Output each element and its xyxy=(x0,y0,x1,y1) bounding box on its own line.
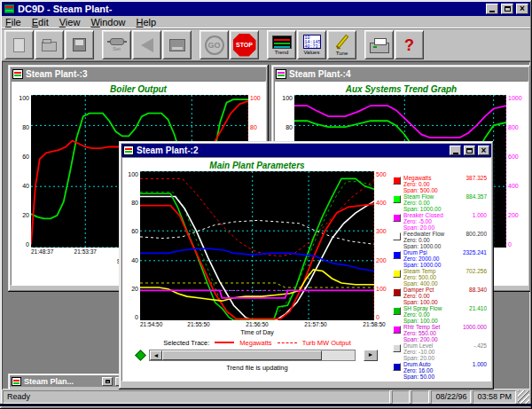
chart-title-boiler-output: Boiler Output xyxy=(13,83,263,95)
legend-color-swatch xyxy=(393,214,401,222)
status-cell-1 xyxy=(392,390,410,404)
legend-item-damper-pct[interactable]: Damper PctZero: 0.00Span: 100.0088.340 xyxy=(393,287,487,305)
screen-edge xyxy=(0,404,532,406)
scroll-right-button[interactable]: ► xyxy=(364,350,378,361)
window-title: Steam Plant-:2 xyxy=(137,146,447,155)
axis-tick-label: 40 xyxy=(13,183,31,189)
window-steam-plant-2[interactable]: Steam Plant-:2 × Main Plant Parameters 1… xyxy=(119,141,494,389)
legend-current-value: 800.200 xyxy=(466,232,488,249)
legend-current-value: 702.256 xyxy=(466,269,488,287)
legend-text-line: Span: 20.00 xyxy=(403,225,470,231)
values-button[interactable]: 10 14:145 40:73:0 40:4:5PValues xyxy=(297,30,326,59)
legend-item-drum-level[interactable]: Drum LevelZero: -10.00Span: 20.00-.425 xyxy=(393,343,487,361)
set-button[interactable]: Set xyxy=(102,30,131,59)
toolbar: Set GO STOP Trend 10 14:145 40:73:0 40:4… xyxy=(2,28,530,61)
save-icon xyxy=(73,38,86,51)
trend-button[interactable]: Trend xyxy=(267,30,296,59)
child-maximize-button[interactable] xyxy=(464,146,475,155)
legend-text-line: Span: 100.00 xyxy=(403,300,466,305)
save-button[interactable] xyxy=(65,30,94,59)
resize-grip[interactable] xyxy=(518,390,529,404)
window-title: Steam Plan... xyxy=(24,377,99,386)
plug-set-icon xyxy=(110,38,124,45)
legend-item-ipc3100a[interactable]: IPC3100AZero: -8.00Span: 50.001 xyxy=(393,381,487,381)
series-megawatts xyxy=(140,204,374,319)
legend-item-rhtr-temp-set[interactable]: Rhtr Temp SetZero: 550.00Span: 200.00100… xyxy=(393,325,487,342)
axis-tick-label: 200 xyxy=(374,257,390,263)
axis-tick-label: 80 xyxy=(13,124,31,130)
chart-title-aux-systems: Aux Systems Trend Graph xyxy=(277,83,526,95)
menu-window[interactable]: Window xyxy=(90,17,125,28)
trace-line-sample xyxy=(215,342,234,343)
series-feedwater-flow xyxy=(140,197,374,320)
status-time: 03:58 PM xyxy=(473,390,516,404)
legend-text-line: Span: 400.00 xyxy=(403,281,464,287)
y-axis-left: 100806040200 xyxy=(124,171,140,320)
trend-doc-icon xyxy=(12,377,21,386)
menu-edit[interactable]: Edit xyxy=(32,17,49,28)
scroll-left-button[interactable]: ◄ xyxy=(150,350,162,360)
panel-icon xyxy=(169,39,185,51)
legend-item-feedwater-flow[interactable]: Feedwater FlowZero: 0.00Span: 1000.00800… xyxy=(393,232,487,249)
x-tick-label: 21:58:50 xyxy=(363,321,385,327)
series-steam-temp xyxy=(140,220,374,244)
legend-current-value: 884.357 xyxy=(466,194,488,212)
child-minimize-button[interactable] xyxy=(450,146,461,155)
steam-plant-2-titlebar[interactable]: Steam Plant-:2 × xyxy=(121,144,491,157)
window-title: Steam Plant-:4 xyxy=(289,69,527,79)
menu-file[interactable]: File xyxy=(5,17,21,28)
axis-tick-label: 0 xyxy=(374,314,390,320)
new-file-icon xyxy=(13,38,25,52)
panel-button[interactable] xyxy=(162,30,192,59)
legend-item-breaker-closed[interactable]: Breaker ClosedZero: -5.00Span: 20.001.00… xyxy=(393,213,487,231)
legend-current-value: 2325.241 xyxy=(463,250,487,268)
steam-plant-3-titlebar[interactable]: Steam Plant-:3 xyxy=(11,67,266,81)
x-tick-label: 21:57:50 xyxy=(304,321,326,327)
axis-tick-label: 1000 xyxy=(506,95,526,101)
legend-current-value: 1.000 xyxy=(473,362,487,380)
trend-chart-icon xyxy=(272,35,292,49)
restore-button[interactable] xyxy=(102,377,113,386)
status-date: 08/22/96 xyxy=(431,390,471,404)
legend-color-swatch xyxy=(393,270,401,278)
steam-plant-4-titlebar[interactable]: Steam Plant-:4 xyxy=(274,67,528,81)
menu-view[interactable]: View xyxy=(59,17,81,28)
legend-color-swatch xyxy=(393,288,401,296)
open-button[interactable] xyxy=(35,30,64,59)
legend-item-sh-spray-flow[interactable]: SH Spray FlowZero: 0.00Span: 100.0021.41… xyxy=(393,306,487,324)
x-axis: 21:54:5021:55:5021:56:5021:57:5021:58:50 xyxy=(140,320,374,328)
time-scroll-row: ◄ ► xyxy=(124,348,390,362)
legend-item-drum-auto[interactable]: Drum AutoZero: 16.00Span: 50.001.000 xyxy=(393,362,487,380)
help-button[interactable]: ? xyxy=(395,30,424,59)
minimize-button[interactable] xyxy=(486,4,498,14)
maximize-button[interactable] xyxy=(501,4,513,14)
legend-item-drum-psi[interactable]: Drum PsiZero: 2000.00Span: 1000.002325.2… xyxy=(393,250,487,268)
stop-button[interactable]: STOP xyxy=(230,30,259,59)
trend-legend: MegawattsZero: 0.00Span: 500.00387.325St… xyxy=(393,176,487,381)
broadcast-button[interactable] xyxy=(132,30,161,59)
child-close-button[interactable]: × xyxy=(478,146,489,155)
help-icon: ? xyxy=(404,37,414,53)
values-icon: 10 14:145 40:73:0 40:4:5P xyxy=(303,35,321,49)
trace-name-megawatts[interactable]: Megawatts xyxy=(239,339,271,347)
axis-tick-label: 80 xyxy=(124,200,140,206)
x-tick-label: 21:54:50 xyxy=(140,321,162,327)
new-button[interactable] xyxy=(4,30,34,59)
axis-tick-label: 600 xyxy=(506,153,526,160)
trace-name-turb-mw[interactable]: Turb MW Output xyxy=(302,339,351,347)
time-scrollbar[interactable]: ◄ xyxy=(149,350,356,361)
main-plant-plot xyxy=(140,171,374,320)
go-button[interactable]: GO xyxy=(200,30,229,59)
close-button[interactable]: × xyxy=(516,4,528,14)
menu-help[interactable]: Help xyxy=(137,17,157,28)
scrollbar-thumb[interactable] xyxy=(162,350,322,360)
legend-item-megawatts[interactable]: MegawattsZero: 0.00Span: 500.00387.325 xyxy=(393,176,487,193)
legend-item-steam-flow[interactable]: Steam FlowZero: 0.00Span: 1000.00884.357 xyxy=(393,194,487,212)
trace-dash-sample xyxy=(278,342,297,343)
tune-button[interactable]: Tune xyxy=(327,30,356,59)
legend-item-steam-temp[interactable]: Steam TempZero: 500.00Span: 400.00702.25… xyxy=(393,269,487,287)
legend-text-line: Span: 50.00 xyxy=(403,374,470,380)
print-button[interactable] xyxy=(364,30,394,59)
scrollbar-track[interactable] xyxy=(322,350,355,360)
legend-current-value: 387.325 xyxy=(466,176,488,193)
